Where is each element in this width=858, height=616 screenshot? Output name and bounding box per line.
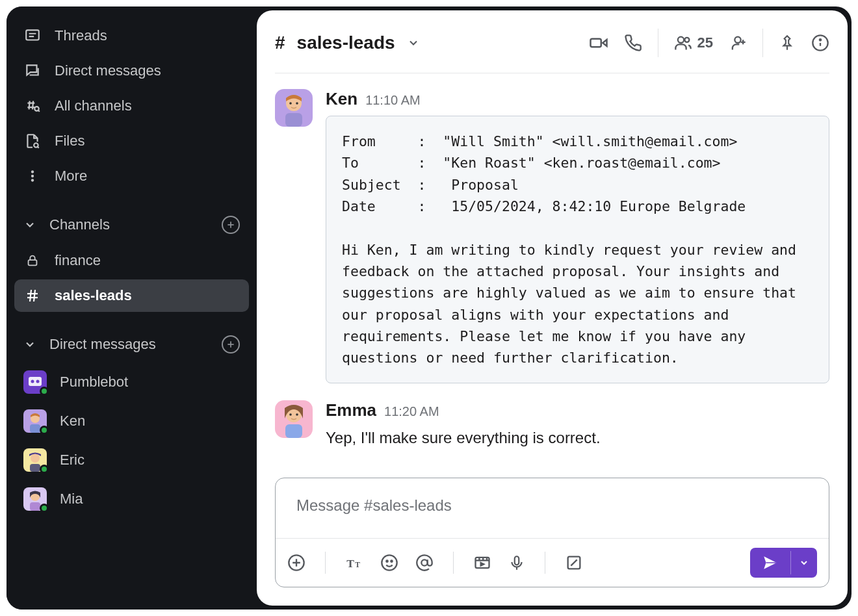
mention-button[interactable] [415, 554, 434, 572]
code-block[interactable]: From : "Will Smith" <will.smith@email.co… [326, 116, 829, 383]
channel-finance[interactable]: finance [14, 244, 249, 277]
dm-label: Pumblebot [60, 374, 128, 391]
chevron-down-icon[interactable] [23, 218, 36, 231]
nav-files[interactable]: Files [14, 125, 249, 157]
message-input[interactable]: Message #sales-leads [276, 478, 829, 538]
svg-point-59 [421, 559, 427, 565]
svg-point-42 [820, 39, 821, 40]
message-text: Yep, I'll make sure everything is correc… [326, 427, 829, 449]
message-author[interactable]: Ken [326, 89, 358, 109]
composer-toolbar: TT [276, 538, 829, 587]
nav-more[interactable]: More [14, 160, 249, 192]
svg-line-69 [571, 559, 577, 565]
svg-point-11 [31, 170, 34, 173]
pin-button[interactable] [779, 34, 796, 51]
presence-indicator [40, 504, 49, 513]
info-button[interactable] [811, 34, 829, 52]
divider [325, 552, 326, 574]
message: Ken 11:10 AM From : "Will Smith" <will.s… [275, 89, 829, 383]
header-actions: 25 [589, 29, 829, 57]
svg-text:T: T [346, 557, 354, 570]
dm-pumblebot[interactable]: Pumblebot [14, 364, 249, 400]
add-channel-button[interactable] [222, 216, 240, 234]
svg-rect-27 [30, 424, 40, 433]
attach-button[interactable] [287, 554, 306, 572]
dm-label: Eric [60, 452, 84, 468]
svg-rect-29 [30, 464, 40, 472]
send-options-button[interactable] [790, 551, 817, 574]
channels-section-header: Channels [14, 208, 249, 242]
chevron-down-icon[interactable] [23, 338, 36, 351]
nav-label: More [55, 168, 87, 185]
divider [762, 29, 763, 57]
divider [658, 29, 658, 57]
dm-label: Ken [60, 413, 85, 430]
send-button[interactable] [750, 548, 817, 578]
nav-label: Direct messages [55, 62, 161, 79]
svg-rect-23 [29, 377, 42, 386]
svg-line-20 [34, 290, 35, 302]
audio-call-button[interactable] [624, 34, 642, 52]
svg-rect-50 [285, 424, 302, 438]
svg-point-44 [289, 102, 292, 105]
send-icon [750, 548, 790, 578]
svg-point-25 [36, 380, 40, 383]
member-count-button[interactable]: 25 [674, 34, 713, 52]
video-clip-button[interactable] [473, 554, 491, 572]
hash-icon [23, 288, 42, 303]
svg-line-5 [29, 101, 30, 109]
svg-point-12 [31, 175, 34, 177]
channels-header-label[interactable]: Channels [49, 216, 110, 233]
svg-point-45 [296, 102, 298, 105]
svg-rect-16 [29, 260, 37, 265]
svg-point-35 [684, 38, 689, 42]
files-icon [23, 133, 42, 149]
svg-point-24 [31, 380, 34, 383]
chat-header: # sales-leads 25 [275, 10, 829, 73]
dm-ken[interactable]: Ken [14, 403, 249, 439]
hash-icon: # [275, 32, 285, 53]
more-icon [23, 168, 42, 185]
dm-eric[interactable]: Eric [14, 442, 249, 478]
svg-point-34 [677, 37, 683, 43]
nav-label: All channels [55, 97, 132, 114]
nav-direct-messages[interactable]: Direct messages [14, 55, 249, 87]
composer: Message #sales-leads TT [275, 478, 829, 587]
sidebar: Threads Direct messages All channels Fil… [6, 6, 257, 610]
svg-marker-33 [603, 40, 606, 46]
nav-label: Files [55, 133, 84, 149]
channel-title-button[interactable]: # sales-leads [275, 32, 420, 53]
shortcuts-button[interactable] [565, 554, 583, 572]
dm-mia[interactable]: Mia [14, 481, 249, 517]
message-author[interactable]: Emma [326, 400, 376, 420]
svg-rect-32 [590, 39, 601, 47]
presence-indicator [40, 426, 49, 435]
add-member-button[interactable] [729, 34, 747, 52]
svg-point-49 [296, 414, 298, 417]
avatar[interactable] [275, 89, 313, 127]
svg-marker-65 [481, 563, 484, 566]
svg-point-36 [734, 37, 740, 43]
emoji-button[interactable] [380, 554, 398, 572]
svg-line-10 [38, 147, 39, 148]
nav-label: Threads [55, 27, 107, 44]
dm-header-label[interactable]: Direct messages [49, 336, 156, 353]
audio-clip-button[interactable] [508, 554, 525, 571]
svg-rect-66 [515, 556, 519, 565]
add-dm-button[interactable] [222, 335, 240, 353]
lock-icon [23, 253, 42, 268]
channel-name: sales-leads [297, 32, 395, 53]
avatar [23, 409, 47, 433]
formatting-button[interactable]: TT [345, 554, 363, 572]
video-call-button[interactable] [589, 33, 608, 53]
message: Emma 11:20 AM Yep, I'll make sure everyt… [275, 400, 829, 449]
nav-threads[interactable]: Threads [14, 19, 249, 52]
avatar [23, 487, 47, 511]
avatar [23, 370, 47, 394]
svg-point-48 [289, 414, 292, 417]
nav-all-channels[interactable]: All channels [14, 90, 249, 122]
channel-sales-leads[interactable]: sales-leads [14, 279, 249, 312]
dm-label: Mia [60, 491, 83, 507]
avatar[interactable] [275, 400, 313, 438]
divider [453, 552, 454, 574]
